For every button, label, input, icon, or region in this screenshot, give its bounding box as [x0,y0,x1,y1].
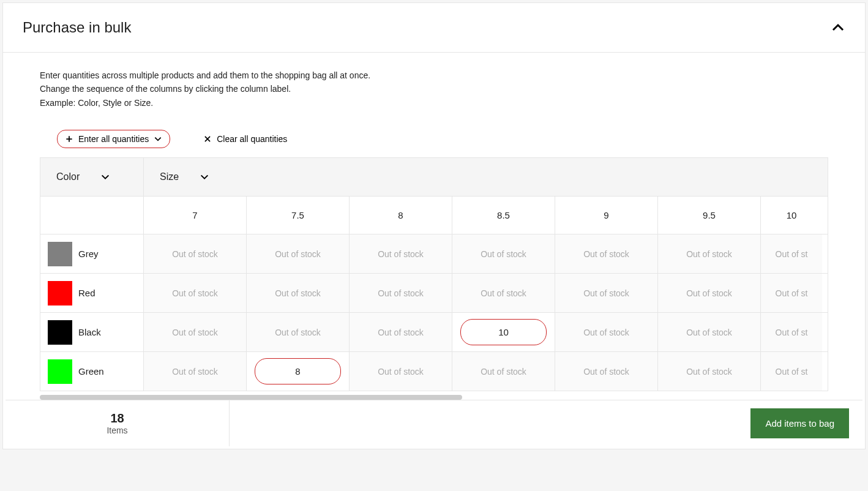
size-column-header: 7.5 [247,197,350,234]
size-spacer [40,197,144,234]
row-label: Green [40,352,144,391]
out-of-stock-cell: Out of stock [658,234,761,273]
out-of-stock-cell: Out of stock [555,352,658,391]
row-label-text: Grey [78,249,99,259]
page-title: Purchase in bulk [23,19,131,36]
close-icon [203,135,212,143]
description: Enter quantities across multiple product… [40,69,828,110]
desc-line: Enter quantities across multiple product… [40,69,828,82]
quantity-input[interactable] [255,366,340,377]
out-of-stock-cell: Out of st [761,234,822,273]
bulk-table: Color Size 77.588.599.510 GreyOut of sto… [40,157,828,391]
out-of-stock-cell: Out of stock [555,234,658,273]
panel-header: Purchase in bulk [3,3,865,53]
quantity-input[interactable] [461,327,546,337]
collapse-toggle[interactable] [831,20,845,35]
panel-content: Enter quantities across multiple product… [3,53,865,449]
enter-all-label: Enter all quantities [78,134,149,144]
row-label-text: Red [78,288,95,298]
chevron-up-icon [831,20,845,35]
row-label: Black [40,313,144,351]
size-header-row: 77.588.599.510 [40,196,828,234]
color-swatch [48,320,72,345]
out-of-stock-cell: Out of stock [658,313,761,351]
clear-all-label: Clear all quantities [217,134,287,144]
color-swatch [48,281,72,305]
size-column-header: 8 [350,197,452,234]
out-of-stock-cell: Out of stock [555,274,658,312]
quantity-highlight [460,319,547,345]
plus-icon [65,135,73,143]
item-count-label: Items [6,425,229,435]
chevron-down-icon [154,135,162,143]
out-of-stock-cell: Out of stock [658,274,761,312]
out-of-stock-cell: Out of stock [350,274,452,312]
size-column-header: 10 [761,197,822,234]
size-column-header: 7 [144,197,247,234]
column-header-color[interactable]: Color [40,158,144,196]
row-label-text: Green [78,366,104,377]
out-of-stock-cell: Out of stock [144,274,247,312]
out-of-stock-cell: Out of stock [247,313,350,351]
size-column-header: 9 [555,197,658,234]
scrollbar-thumb[interactable] [40,395,462,400]
horizontal-scrollbar[interactable] [40,395,828,400]
column-header-label: Size [160,171,179,182]
enter-all-quantities-button[interactable]: Enter all quantities [57,130,170,148]
size-column-header: 9.5 [658,197,761,234]
color-swatch [48,242,72,266]
out-of-stock-cell: Out of stock [350,313,452,351]
out-of-stock-cell: Out of stock [247,234,350,273]
quantity-highlight [255,358,341,384]
out-of-stock-cell: Out of stock [350,352,452,391]
chevron-down-icon [100,172,110,182]
out-of-stock-cell: Out of stock [144,313,247,351]
item-count-box: 18 Items [6,400,230,446]
item-count: 18 [6,411,229,425]
desc-line: Example: Color, Style or Size. [40,96,828,110]
out-of-stock-cell: Out of stock [452,234,555,273]
table-row: GreenOut of stockOut of stockOut of stoc… [40,351,828,391]
row-label: Grey [40,234,144,273]
out-of-stock-cell: Out of st [761,313,822,351]
out-of-stock-cell: Out of stock [452,352,555,391]
quantity-cell[interactable] [247,352,350,391]
out-of-stock-cell: Out of stock [658,352,761,391]
footer-bar: 18 Items Add items to bag [6,400,862,446]
table-row: GreyOut of stockOut of stockOut of stock… [40,234,828,273]
out-of-stock-cell: Out of stock [144,234,247,273]
out-of-stock-cell: Out of st [761,274,822,312]
desc-line: Change the sequence of the columns by cl… [40,82,828,96]
chevron-down-icon [200,172,209,182]
bulk-purchase-panel: Purchase in bulk Enter quantities across… [2,2,866,449]
row-label-text: Black [78,327,101,337]
clear-all-quantities-button[interactable]: Clear all quantities [197,129,293,149]
table-row: BlackOut of stockOut of stockOut of stoc… [40,312,828,351]
quantity-cell[interactable] [452,313,555,351]
out-of-stock-cell: Out of stock [555,313,658,351]
out-of-stock-cell: Out of stock [144,352,247,391]
out-of-stock-cell: Out of st [761,352,822,391]
row-label: Red [40,274,144,312]
color-swatch [48,359,72,384]
out-of-stock-cell: Out of stock [452,274,555,312]
add-items-to-bag-button[interactable]: Add items to bag [750,408,849,438]
column-header-size[interactable]: Size [144,158,247,196]
out-of-stock-cell: Out of stock [247,274,350,312]
attribute-header-row: Color Size [40,158,828,196]
size-column-header: 8.5 [452,197,555,234]
action-bar: Enter all quantities Clear all quantitie… [40,129,828,149]
out-of-stock-cell: Out of stock [350,234,452,273]
column-header-label: Color [56,171,80,182]
table-row: RedOut of stockOut of stockOut of stockO… [40,273,828,312]
